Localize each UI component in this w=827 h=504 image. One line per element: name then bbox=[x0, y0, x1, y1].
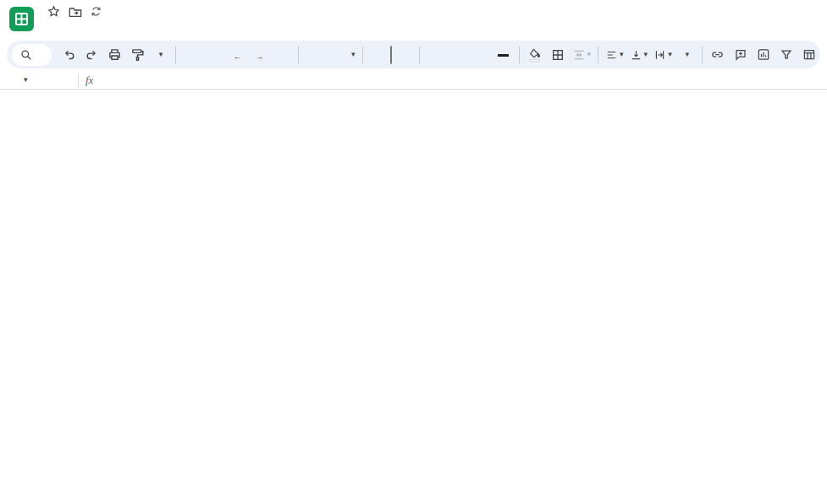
insert-chart-button[interactable] bbox=[753, 44, 775, 66]
increase-decimal-button[interactable]: → bbox=[249, 44, 271, 66]
formula-bar: ▾ fx bbox=[0, 71, 827, 90]
table-icon bbox=[802, 48, 816, 61]
chevron-down-icon: ▾ bbox=[159, 51, 163, 58]
insert-link-button[interactable] bbox=[707, 44, 729, 66]
toolbar-divider bbox=[598, 47, 598, 63]
chart-icon bbox=[757, 48, 770, 61]
star-icon[interactable] bbox=[47, 5, 60, 18]
toolbar-divider bbox=[419, 47, 420, 63]
filter-funnel-icon bbox=[780, 48, 793, 61]
toolbar: ▾ ← → ▾ bbox=[7, 41, 820, 68]
text-wrapping-button[interactable]: ▾ bbox=[651, 44, 675, 66]
spreadsheet-grid bbox=[0, 90, 827, 504]
text-color-button[interactable] bbox=[493, 44, 515, 66]
more-formats-button[interactable] bbox=[272, 44, 294, 66]
zoom-select[interactable]: ▾ bbox=[149, 44, 171, 66]
undo-button[interactable] bbox=[58, 44, 80, 66]
horizontal-align-button[interactable]: ▾ bbox=[603, 44, 626, 66]
chevron-down-icon: ▾ bbox=[351, 51, 356, 58]
formula-bar-divider bbox=[78, 74, 79, 87]
chevron-down-icon: ▾ bbox=[24, 76, 28, 84]
name-box[interactable]: ▾ bbox=[0, 76, 71, 84]
strikethrough-button[interactable] bbox=[470, 44, 492, 66]
insert-comment-button[interactable] bbox=[730, 44, 752, 66]
vertical-align-button[interactable]: ▾ bbox=[627, 44, 651, 66]
toolbar-divider bbox=[175, 47, 176, 63]
paint-bucket-icon bbox=[529, 48, 541, 58]
redo-button[interactable] bbox=[80, 44, 102, 66]
increase-font-size-button[interactable] bbox=[393, 44, 415, 66]
font-size-input[interactable] bbox=[390, 46, 392, 64]
merge-cells-button[interactable]: ▾ bbox=[570, 44, 594, 66]
function-icon: fx bbox=[85, 74, 93, 87]
percent-format-button[interactable] bbox=[203, 44, 225, 66]
print-button[interactable] bbox=[103, 44, 125, 66]
link-icon bbox=[710, 48, 725, 61]
create-filter-button[interactable] bbox=[775, 44, 797, 66]
menus-search-button[interactable] bbox=[12, 44, 52, 66]
text-rotation-button[interactable]: ▾ bbox=[675, 44, 697, 66]
paint-format-button[interactable] bbox=[126, 44, 148, 66]
decrease-font-size-button[interactable] bbox=[367, 44, 389, 66]
toolbar-divider bbox=[702, 47, 703, 63]
convert-to-table-button[interactable] bbox=[798, 44, 820, 66]
title-bar bbox=[0, 0, 827, 39]
align-left-icon bbox=[605, 49, 618, 61]
bold-button[interactable] bbox=[424, 44, 446, 66]
text-wrap-icon bbox=[653, 49, 666, 61]
comment-add-icon bbox=[734, 48, 747, 61]
currency-format-button[interactable] bbox=[180, 44, 202, 66]
sheets-logo-icon[interactable] bbox=[9, 7, 34, 31]
toolbar-divider bbox=[298, 47, 299, 63]
borders-button[interactable] bbox=[547, 44, 569, 66]
font-family-select[interactable]: ▾ bbox=[303, 44, 358, 66]
toolbar-divider bbox=[362, 47, 363, 63]
google-sheets-app: ▾ ← → ▾ bbox=[0, 0, 827, 504]
search-icon bbox=[20, 49, 32, 61]
saving-status[interactable] bbox=[91, 6, 106, 17]
fill-color-button[interactable] bbox=[524, 44, 546, 66]
align-bottom-icon bbox=[630, 49, 642, 61]
toolbar-divider bbox=[519, 47, 520, 63]
italic-button[interactable] bbox=[447, 44, 469, 66]
sync-icon bbox=[91, 6, 102, 17]
move-to-folder-icon[interactable] bbox=[69, 6, 82, 18]
decrease-decimal-button[interactable]: ← bbox=[226, 44, 248, 66]
